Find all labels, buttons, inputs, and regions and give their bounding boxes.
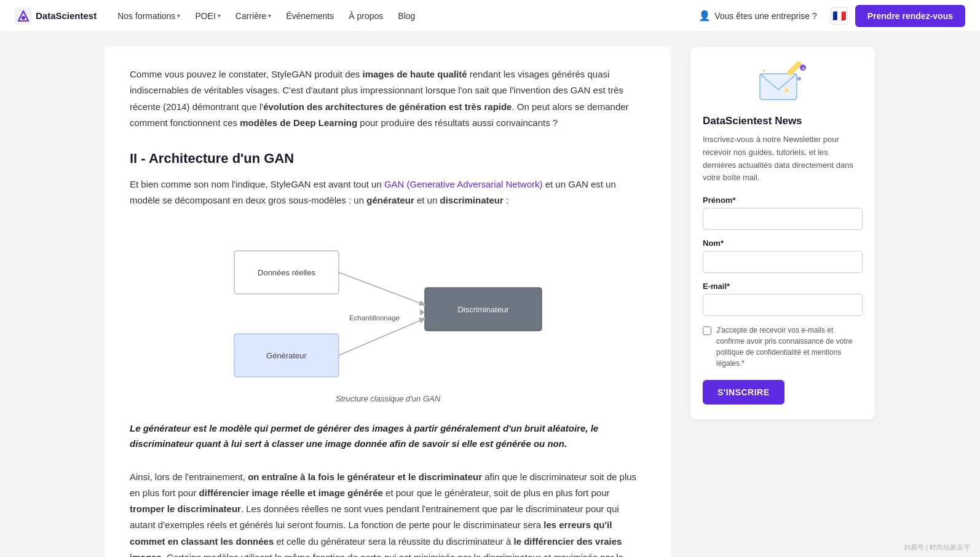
navbar-right: 👤 Vous êtes une entreprise ? 🇫🇷 Prendre … xyxy=(692,5,965,27)
prenom-label: Prénom* xyxy=(703,196,863,205)
intro-bold-1: images de haute qualité xyxy=(363,69,467,79)
logo-link[interactable]: DataScientest xyxy=(15,7,97,25)
svg-text:Echantillonnage: Echantillonnage xyxy=(349,314,400,322)
final-text-1: Ainsi, lors de l'entrainement, xyxy=(130,472,248,482)
nav-item-carrière[interactable]: Carrière▾ xyxy=(229,7,278,25)
nom-input[interactable] xyxy=(703,251,863,273)
final-bold-1: on entraîne à la fois le générateur et l… xyxy=(248,472,482,482)
svg-line-9 xyxy=(339,272,425,305)
svg-text:Discriminateur: Discriminateur xyxy=(457,305,509,314)
newsletter-icon-area: ✦ xyxy=(703,61,863,108)
language-selector[interactable]: 🇫🇷 xyxy=(831,7,848,25)
subscribe-button[interactable]: S'INSCRIRE xyxy=(703,380,784,405)
svg-point-19 xyxy=(763,69,765,72)
section-bold-1: générateur xyxy=(366,195,414,205)
final-bold-3: tromper le discriminateur xyxy=(130,504,241,514)
logo-icon xyxy=(15,7,32,25)
nav-item-nos-formations[interactable]: Nos formations▾ xyxy=(111,7,186,25)
svg-point-2 xyxy=(22,16,25,20)
section-intro-1: Et bien comme son nom l'indique, StyleGA… xyxy=(130,179,384,189)
section-title: II - Architecture d'un GAN xyxy=(130,151,646,167)
intro-bold-3: modèles de Deep Learning xyxy=(240,117,357,128)
svg-text:Données réelles: Données réelles xyxy=(258,268,315,277)
newsletter-desc: Inscrivez-vous à notre Newsletter pour r… xyxy=(703,133,863,184)
section-intro-4: : xyxy=(504,195,508,205)
flag-emoji: 🇫🇷 xyxy=(832,9,846,23)
email-label: E-mail* xyxy=(703,282,863,291)
chevron-down-icon: ▾ xyxy=(268,12,271,19)
gan-link[interactable]: GAN (Generative Adversarial Network) xyxy=(384,179,543,189)
article-main: Comme vous pouvez le constater, StyleGAN… xyxy=(105,47,671,557)
svg-text:✦: ✦ xyxy=(802,66,805,71)
final-bold-2: différencier image réelle et image génér… xyxy=(199,488,383,498)
nav-item-blog[interactable]: Blog xyxy=(392,7,421,25)
newsletter-card: ✦ DataScientest News Inscrivez-vous à no… xyxy=(690,47,875,419)
nav-item-événements[interactable]: Événements xyxy=(280,7,340,25)
intro-text-4: pour produire des résultats aussi convai… xyxy=(357,117,558,128)
main-nav: Nos formations▾POEI▾Carrière▾ÉvénementsÀ… xyxy=(111,7,687,25)
checkbox-row: J'accepte de recevoir vos e-mails et con… xyxy=(703,325,863,369)
section-intro-paragraph: Et bien comme son nom l'indique, StyleGA… xyxy=(130,176,646,209)
navbar: DataScientest Nos formations▾POEI▾Carriè… xyxy=(0,0,980,32)
logo-text: DataScientest xyxy=(36,10,97,21)
section-intro-3: et un xyxy=(414,195,440,205)
email-input[interactable] xyxy=(703,294,863,316)
intro-text-1: Comme vous pouvez le constater, StyleGAN… xyxy=(130,69,363,79)
newsletter-icon: ✦ xyxy=(755,61,810,108)
diagram-caption: Structure classique d'un GAN xyxy=(336,394,440,403)
intro-bold-2: évolution des architectures de génératio… xyxy=(263,101,512,112)
sidebar: ✦ DataScientest News Inscrivez-vous à no… xyxy=(690,47,875,557)
cta-button[interactable]: Prendre rendez-vous xyxy=(855,5,965,27)
enterprise-button[interactable]: 👤 Vous êtes une entreprise ? xyxy=(692,6,823,25)
section-bold-2: discriminateur xyxy=(440,195,503,205)
article-intro: Comme vous pouvez le constater, StyleGAN… xyxy=(130,66,646,131)
enterprise-label: Vous êtes une entreprise ? xyxy=(714,11,817,21)
nom-label: Nom* xyxy=(703,239,863,248)
article-blockquote: Le générateur est le modèle qui permet d… xyxy=(130,421,646,452)
chevron-down-icon: ▾ xyxy=(177,12,180,19)
nav-item-à-propos[interactable]: À propos xyxy=(342,7,389,25)
nav-item-poei[interactable]: POEI▾ xyxy=(189,7,226,25)
final-text-3: et pour que le générateur, soit de plus … xyxy=(383,488,610,498)
final-text-6: . Certains modèles utilisent la même fon… xyxy=(130,552,623,557)
svg-point-18 xyxy=(797,77,801,81)
consent-checkbox[interactable] xyxy=(703,326,711,335)
consent-label: J'accepte de recevoir vos e-mails et con… xyxy=(716,325,863,369)
gan-diagram: Données réelles Générateur Discriminateu… xyxy=(216,226,560,388)
gan-diagram-wrapper: Données réelles Générateur Discriminateu… xyxy=(130,226,646,403)
prenom-input[interactable] xyxy=(703,208,863,230)
svg-marker-12 xyxy=(420,309,425,315)
final-text-5: et celle du générateur sera la réussite … xyxy=(274,536,513,547)
watermark: 刘易号 | 时尚玩家岳守 xyxy=(904,543,970,552)
svg-text:Générateur: Générateur xyxy=(266,351,307,360)
newsletter-title: DataScientest News xyxy=(703,115,863,127)
svg-rect-13 xyxy=(760,74,797,100)
page-content: Comme vous pouvez le constater, StyleGAN… xyxy=(90,32,890,557)
chevron-down-icon: ▾ xyxy=(218,12,221,19)
svg-line-10 xyxy=(339,318,425,355)
article-final-paragraph: Ainsi, lors de l'entrainement, on entraî… xyxy=(130,469,646,558)
